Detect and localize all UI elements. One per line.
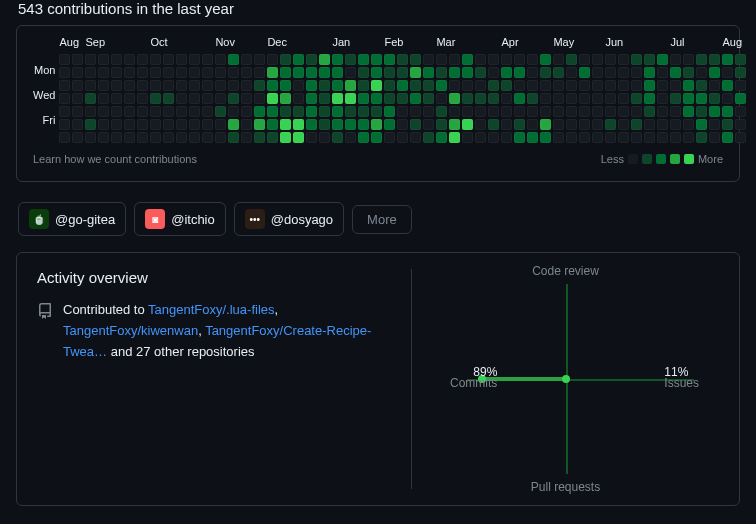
contribution-day[interactable] — [267, 119, 278, 130]
contribution-day[interactable] — [228, 54, 239, 65]
contribution-day[interactable] — [501, 67, 512, 78]
contribution-day[interactable] — [137, 119, 148, 130]
contribution-day[interactable] — [735, 119, 746, 130]
contribution-day[interactable] — [254, 93, 265, 104]
contribution-day[interactable] — [202, 54, 213, 65]
contribution-day[interactable] — [85, 80, 96, 91]
contribution-day[interactable] — [631, 67, 642, 78]
contribution-day[interactable] — [319, 119, 330, 130]
contribution-day[interactable] — [397, 80, 408, 91]
contribution-day[interactable] — [553, 67, 564, 78]
contribution-day[interactable] — [514, 119, 525, 130]
contribution-day[interactable] — [449, 54, 460, 65]
contribution-day[interactable] — [332, 93, 343, 104]
contribution-day[interactable] — [683, 80, 694, 91]
contribution-day[interactable] — [111, 106, 122, 117]
contribution-day[interactable] — [98, 80, 109, 91]
contribution-day[interactable] — [397, 119, 408, 130]
contribution-day[interactable] — [657, 67, 668, 78]
contribution-day[interactable] — [618, 54, 629, 65]
contribution-day[interactable] — [462, 93, 473, 104]
contribution-day[interactable] — [566, 106, 577, 117]
contribution-day[interactable] — [514, 106, 525, 117]
contribution-day[interactable] — [371, 106, 382, 117]
contribution-day[interactable] — [371, 119, 382, 130]
contribution-day[interactable] — [397, 106, 408, 117]
contribution-day[interactable] — [241, 119, 252, 130]
contribution-day[interactable] — [254, 80, 265, 91]
contribution-day[interactable] — [709, 93, 720, 104]
contribution-day[interactable] — [345, 54, 356, 65]
contribution-day[interactable] — [475, 132, 486, 143]
contribution-day[interactable] — [111, 93, 122, 104]
contribution-day[interactable] — [540, 119, 551, 130]
contribution-day[interactable] — [709, 54, 720, 65]
contribution-day[interactable] — [592, 67, 603, 78]
contribution-day[interactable] — [579, 119, 590, 130]
contribution-day[interactable] — [215, 119, 226, 130]
contribution-day[interactable] — [176, 132, 187, 143]
contribution-day[interactable] — [436, 67, 447, 78]
contribution-day[interactable] — [98, 119, 109, 130]
contribution-day[interactable] — [358, 67, 369, 78]
contribution-day[interactable] — [657, 93, 668, 104]
contribution-day[interactable] — [384, 54, 395, 65]
contribution-day[interactable] — [345, 67, 356, 78]
contribution-day[interactable] — [683, 67, 694, 78]
contribution-day[interactable] — [319, 132, 330, 143]
contribution-day[interactable] — [592, 54, 603, 65]
contribution-day[interactable] — [124, 132, 135, 143]
contribution-day[interactable] — [280, 67, 291, 78]
contribution-day[interactable] — [215, 54, 226, 65]
contribution-day[interactable] — [241, 93, 252, 104]
contribution-day[interactable] — [696, 132, 707, 143]
contribution-day[interactable] — [644, 67, 655, 78]
contribution-day[interactable] — [670, 132, 681, 143]
contribution-day[interactable] — [293, 54, 304, 65]
contribution-day[interactable] — [280, 80, 291, 91]
contribution-day[interactable] — [488, 93, 499, 104]
contribution-day[interactable] — [735, 67, 746, 78]
contribution-day[interactable] — [683, 54, 694, 65]
contribution-day[interactable] — [579, 106, 590, 117]
contribution-day[interactable] — [358, 132, 369, 143]
contribution-day[interactable] — [592, 106, 603, 117]
contribution-day[interactable] — [579, 132, 590, 143]
contribution-day[interactable] — [553, 106, 564, 117]
contribution-day[interactable] — [579, 80, 590, 91]
contribution-day[interactable] — [397, 54, 408, 65]
contribution-day[interactable] — [644, 93, 655, 104]
contribution-day[interactable] — [111, 132, 122, 143]
contribution-day[interactable] — [384, 80, 395, 91]
contribution-day[interactable] — [332, 106, 343, 117]
contribution-day[interactable] — [111, 119, 122, 130]
contribution-day[interactable] — [319, 54, 330, 65]
contribution-day[interactable] — [696, 93, 707, 104]
contribution-day[interactable] — [644, 106, 655, 117]
contribution-day[interactable] — [163, 132, 174, 143]
contribution-day[interactable] — [670, 93, 681, 104]
contribution-day[interactable] — [475, 106, 486, 117]
contribution-day[interactable] — [150, 67, 161, 78]
contribution-day[interactable] — [215, 93, 226, 104]
contribution-day[interactable] — [150, 132, 161, 143]
contribution-day[interactable] — [410, 106, 421, 117]
contribution-day[interactable] — [176, 54, 187, 65]
contribution-day[interactable] — [215, 80, 226, 91]
contribution-day[interactable] — [371, 54, 382, 65]
contribution-day[interactable] — [306, 54, 317, 65]
contribution-day[interactable] — [254, 67, 265, 78]
contribution-day[interactable] — [397, 132, 408, 143]
contribution-day[interactable] — [423, 132, 434, 143]
contribution-day[interactable] — [241, 132, 252, 143]
contribution-day[interactable] — [176, 80, 187, 91]
contribution-day[interactable] — [72, 93, 83, 104]
contribution-day[interactable] — [592, 132, 603, 143]
contribution-day[interactable] — [202, 106, 213, 117]
contribution-day[interactable] — [462, 119, 473, 130]
contribution-day[interactable] — [150, 54, 161, 65]
contribution-day[interactable] — [514, 132, 525, 143]
contribution-day[interactable] — [59, 106, 70, 117]
contribution-day[interactable] — [267, 67, 278, 78]
contribution-day[interactable] — [280, 106, 291, 117]
